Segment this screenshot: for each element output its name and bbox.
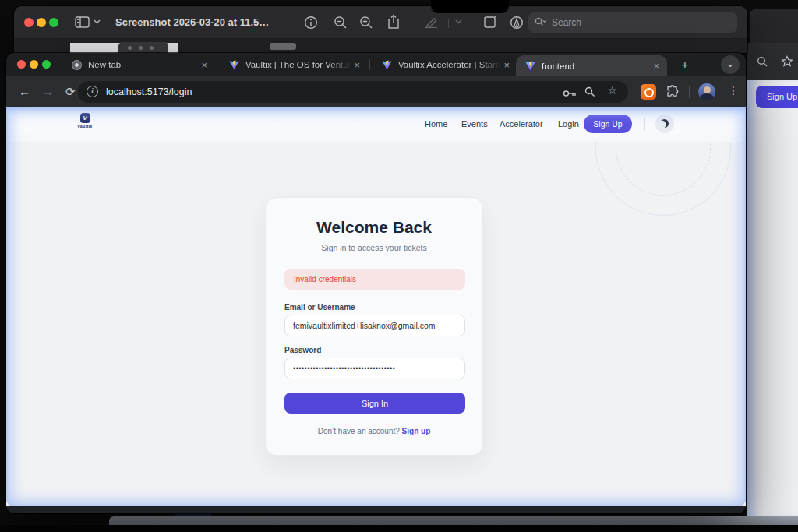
tab-title: Vaultix Accelerator | Startup [398, 60, 500, 69]
close-window-button[interactable] [17, 60, 26, 69]
chevron-down-icon[interactable] [455, 19, 462, 24]
maximize-window-button[interactable] [42, 60, 51, 69]
bookmark-star-icon[interactable]: ☆ [607, 84, 617, 97]
signup-prompt: Don’t have an account? Sign up [266, 427, 482, 435]
extension-orange-icon[interactable] [641, 84, 656, 100]
signup-prompt-text: Don’t have an account? [318, 427, 400, 435]
back-button[interactable]: ← [19, 85, 30, 99]
tab-new-tab[interactable]: New tab × [62, 53, 215, 76]
site-logo[interactable]: V vaultix [73, 113, 97, 129]
tab-vaultix-os[interactable]: Vaultix | The OS for Venture × [220, 53, 368, 76]
card-title: Welcome Back [266, 218, 482, 237]
moon-icon [660, 119, 669, 128]
nav-home[interactable]: Home [425, 119, 447, 129]
signin-button[interactable]: Sign In [284, 393, 465, 414]
url-text: localhost:5173/login [106, 86, 192, 97]
email-field[interactable] [284, 315, 465, 336]
password-label: Password [284, 346, 321, 354]
close-icon[interactable]: × [653, 61, 659, 71]
background-signup-button[interactable]: Sign Up [756, 86, 798, 108]
close-window-button[interactable] [24, 18, 34, 27]
screenshot-fragment [270, 43, 296, 50]
nav-login[interactable]: Login [558, 119, 579, 129]
email-label: Email or Username [284, 303, 355, 312]
extensions-puzzle-icon[interactable] [666, 85, 680, 102]
tab-strip: New tab × Vaultix | The OS for Venture ×… [6, 53, 746, 76]
tab-vaultix-accelerator[interactable]: Vaultix Accelerator | Startup × [373, 53, 517, 76]
webpage: V vaultix Home Events Accelerator Login … [6, 107, 746, 506]
error-banner: Invalid credentials [284, 269, 465, 290]
nav-signup-button[interactable]: Sign Up [584, 115, 632, 133]
background-window-corner [750, 9, 798, 44]
profile-avatar[interactable] [698, 83, 715, 100]
preview-toolbar: Screenshot 2026-03-20 at 11.5… [14, 6, 747, 39]
markup-pencil-icon[interactable] [425, 17, 439, 28]
vite-favicon [229, 60, 239, 70]
tab-divider [369, 59, 370, 70]
chevron-down-icon[interactable] [94, 19, 101, 24]
search-input[interactable] [550, 16, 706, 29]
dot [128, 46, 132, 50]
search-zoom-icon[interactable] [584, 86, 595, 100]
zoom-in-icon[interactable] [359, 16, 373, 30]
bookmark-star-icon[interactable] [781, 55, 793, 70]
preview-content-strip [14, 39, 747, 53]
password-field[interactable] [284, 358, 465, 379]
site-header [6, 107, 746, 142]
vite-favicon [382, 60, 392, 70]
maximize-window-button[interactable] [49, 18, 58, 27]
minimize-window-button[interactable] [30, 60, 38, 69]
tab-title: New tab [88, 60, 198, 69]
toolbar-divider [448, 19, 449, 28]
forward-button[interactable]: → [42, 85, 54, 99]
dot [139, 46, 143, 50]
nav-divider [644, 118, 645, 131]
tab-frontend-active[interactable]: frontend × [516, 55, 667, 76]
signup-link[interactable]: Sign up [402, 427, 431, 435]
close-icon[interactable]: × [354, 60, 360, 70]
background-toolbar [747, 43, 798, 80]
background-browser-window: Sign Up [747, 43, 798, 524]
close-icon[interactable]: × [201, 60, 207, 70]
screenshot-fragment-tab [118, 42, 168, 53]
address-bar[interactable]: i localhost:5173/login ☆ [78, 81, 628, 103]
tab-divider [217, 59, 217, 70]
browser-menu-icon[interactable]: ⋮ [728, 84, 739, 97]
toolbar-divider [689, 86, 690, 98]
tab-title: Vaultix | The OS for Venture [245, 60, 351, 69]
preview-window: Screenshot 2026-03-20 at 11.5… [14, 6, 747, 53]
preview-search-field[interactable] [528, 12, 737, 33]
reload-button[interactable]: ⟳ [65, 85, 76, 99]
tab-title: frontend [542, 62, 650, 71]
nav-events[interactable]: Events [461, 119, 488, 129]
site-info-icon[interactable]: i [87, 86, 98, 97]
markup-pen-circle-icon[interactable] [510, 16, 524, 30]
black-overlay-patch [431, 0, 509, 13]
chrome-window: New tab × Vaultix | The OS for Venture ×… [6, 53, 746, 513]
share-icon[interactable] [387, 14, 400, 30]
crop-icon[interactable] [483, 16, 496, 29]
close-icon[interactable]: × [503, 60, 510, 70]
desktop-shadow [0, 525, 798, 532]
card-subtitle: Sign in to access your tickets [266, 243, 482, 252]
search-icon [535, 16, 546, 30]
background-window-titlebar [109, 516, 798, 525]
zoom-out-icon[interactable] [334, 16, 348, 30]
vaultix-logo-text: vaultix [73, 124, 97, 129]
minimize-window-button[interactable] [37, 18, 46, 27]
background-page: Sign Up [747, 80, 798, 516]
browser-toolbar: ← → ⟳ i localhost:5173/login ☆ ⋮ [6, 76, 746, 107]
nav-accelerator[interactable]: Accelerator [500, 119, 543, 129]
dot [150, 46, 154, 50]
tab-search-button[interactable]: ⌄ [721, 55, 740, 74]
theme-toggle-button[interactable] [655, 115, 674, 133]
vite-favicon [525, 61, 535, 71]
login-card: Welcome Back Sign in to access your tick… [265, 197, 483, 456]
info-icon[interactable] [304, 16, 318, 30]
sidebar-toggle-icon[interactable] [75, 16, 90, 28]
zoom-icon[interactable] [757, 56, 768, 70]
desktop: Sign Up Screenshot 2026-03-20 at 11.5… [0, 0, 798, 532]
password-key-icon[interactable] [563, 87, 577, 101]
new-tab-button[interactable]: + [678, 58, 692, 72]
new-tab-favicon [72, 60, 82, 70]
